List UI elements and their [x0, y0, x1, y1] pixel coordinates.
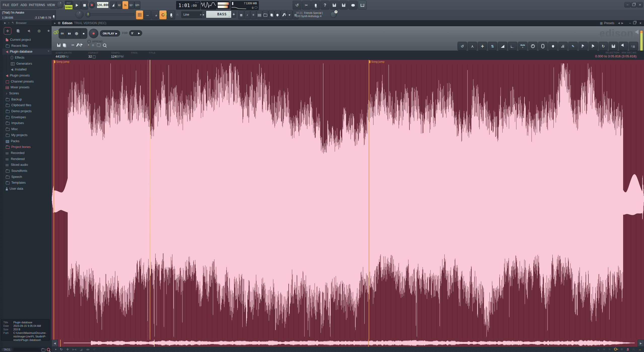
song-info-panel[interactable]: (Trial) I'm Awake 1:28:005 -2.17dB 0.78 [0, 10, 56, 20]
step-mode-button[interactable]: „ [151, 10, 159, 19]
note-display[interactable]: BASS ⌃ ⌄ [206, 11, 232, 18]
tree-item-packs[interactable]: Packs [2, 138, 52, 144]
menu-edit[interactable]: EDIT [11, 3, 18, 7]
status-link-icon[interactable]: o° [93, 348, 96, 351]
status-key-icon[interactable] [614, 347, 617, 351]
feedback-button[interactable] [349, 1, 357, 10]
tags-input[interactable] [14, 348, 40, 351]
reverse-button[interactable]: ↺ [458, 42, 467, 51]
link-recording-button[interactable] [159, 10, 167, 19]
normalize-button[interactable]: ⇅ [488, 42, 497, 51]
window-minimize-button[interactable]: – [624, 2, 630, 8]
playlist-button[interactable] [136, 10, 143, 19]
loop-recording-button[interactable]: Ш↻ [134, 1, 140, 9]
status-list1-icon[interactable]: ≡ [603, 347, 605, 351]
pitch-button[interactable] [538, 42, 548, 51]
menu-view[interactable]: VIEW [47, 3, 55, 7]
edison-link-icon[interactable] [53, 31, 57, 35]
preset-prev-icon[interactable]: ◀ [618, 22, 620, 24]
edison-loop-button[interactable]: ∞ [59, 28, 66, 38]
tree-item-mixer-presets[interactable]: Mixer presets [2, 85, 52, 91]
save-new-version-button[interactable] [339, 1, 348, 10]
list-tool-button[interactable]: ≡ [250, 10, 256, 19]
tree-item-generators[interactable]: Generators [2, 61, 52, 67]
metronome-button[interactable] [110, 1, 116, 9]
audio-input-select[interactable]: Line ▶ [181, 11, 203, 18]
playback-position-slider[interactable] [86, 13, 134, 16]
song-mode-label[interactable]: SONG [65, 5, 72, 9]
edison-record-button[interactable] [89, 29, 98, 38]
browser-tab-files[interactable] [14, 27, 21, 34]
note-tool-button[interactable]: ♪ [244, 10, 250, 19]
edison-stop-button[interactable]: ■ [80, 28, 87, 38]
tree-item-clipboard-files[interactable]: Clipboard files [2, 102, 52, 108]
time-stretch-button[interactable] [528, 42, 538, 51]
tree-item-my-projects[interactable]: My projects [2, 132, 52, 138]
monitor-volume-knob[interactable] [75, 11, 84, 19]
tree-item-plugin-presets[interactable]: Plugin presets [2, 72, 52, 79]
tree-item-channel-presets[interactable]: Channel presets [2, 79, 52, 85]
run-script-button[interactable]: RUN▾ [518, 42, 527, 51]
status-list2-icon[interactable]: ≡ [609, 347, 611, 351]
edison-save-icon[interactable] [57, 44, 60, 47]
send-to-playlist-button[interactable]: ↑ [629, 42, 638, 51]
fade-in-button[interactable] [498, 42, 507, 51]
status-slope-icon[interactable]: ◢ [80, 347, 82, 351]
edison-snap-icon[interactable]: ∩ [92, 43, 94, 47]
waveform-area[interactable]: Song jump Song jump [52, 60, 644, 340]
tree-item-installed[interactable]: Installed [2, 66, 52, 72]
stop-button[interactable] [81, 1, 88, 10]
status-stretch-icon[interactable]: ↔ [638, 347, 641, 351]
browser-tab-favorites[interactable]: ★ [45, 27, 52, 34]
tree-item-project-bones[interactable]: Project bones [2, 144, 52, 150]
save-sample-button[interactable] [609, 42, 618, 51]
song-jump-marker-1[interactable]: Song jump [54, 60, 54, 340]
browser-expand-icon[interactable]: ▶ [4, 22, 6, 24]
touch-tool-button[interactable]: ▾ [287, 10, 292, 19]
tree-item-rendered[interactable]: Rendered [2, 156, 52, 162]
mic-monitor-button[interactable] [167, 10, 175, 19]
help-button[interactable]: ? [321, 1, 329, 10]
status-prev-icon[interactable]: ▶◀ [72, 348, 76, 351]
menu-patterns[interactable]: PATTERNS [29, 3, 45, 7]
status-scrub-icon[interactable]: ✛ [66, 347, 69, 351]
edison-cut-icon[interactable]: ✂ [71, 43, 74, 47]
mixer-tool-button[interactable] [256, 10, 262, 19]
tags-search-icon[interactable] [47, 348, 50, 351]
browser-tab-plugins[interactable] [25, 27, 32, 34]
status-refresh-icon[interactable]: ↻ [60, 347, 63, 351]
minimap-canvas[interactable] [58, 340, 637, 347]
download-content-button[interactable] [358, 1, 367, 10]
edison-view-icon[interactable]: ◔ [87, 43, 89, 47]
declick-button[interactable]: ⋏ [468, 42, 477, 51]
smudge-button[interactable]: ✎ [568, 42, 578, 51]
play-button[interactable] [73, 1, 81, 10]
browser-up-icon[interactable]: ↑ [8, 21, 10, 24]
pat-mode-label[interactable]: PAT [65, 1, 72, 5]
tree-item-demo-projects[interactable]: Demo projects [2, 108, 52, 114]
playhead[interactable] [150, 60, 150, 340]
save-button[interactable] [330, 1, 339, 10]
edison-close-icon[interactable]: × [639, 21, 641, 25]
undo-button[interactable]: ↺ [293, 1, 301, 10]
typing-keyboard-piano-button[interactable]: ▦ [238, 10, 244, 19]
auto-mark-button[interactable]: ▶ [588, 42, 598, 51]
tree-item-user-data[interactable]: User data [2, 186, 52, 192]
slider-thumb[interactable] [86, 12, 90, 17]
pat-song-toggle[interactable]: PAT SONG [65, 1, 73, 10]
plugin-tool-button[interactable] [275, 10, 280, 19]
next-pattern-button[interactable]: → [144, 10, 151, 19]
tree-item-envelopes[interactable]: Envelopes [2, 114, 52, 120]
tree-item-soundfonts[interactable]: Soundfonts [2, 168, 52, 174]
clone-button[interactable] [269, 10, 274, 19]
edison-play-button[interactable]: ⊕ [73, 28, 80, 38]
edison-marker-icon[interactable] [81, 44, 81, 47]
master-volume-knob[interactable] [57, 1, 64, 8]
tree-item-current-project[interactable]: Current project [2, 37, 52, 43]
record-button[interactable] [89, 2, 95, 8]
tree-item-plugin-database[interactable]: Plugin database [2, 49, 52, 55]
edison-select-icon[interactable] [97, 43, 100, 47]
presets-label[interactable]: Presets [604, 21, 614, 25]
window-restore-button[interactable] [631, 2, 637, 8]
tree-item-scores[interactable]: ♪Scores [2, 90, 52, 96]
